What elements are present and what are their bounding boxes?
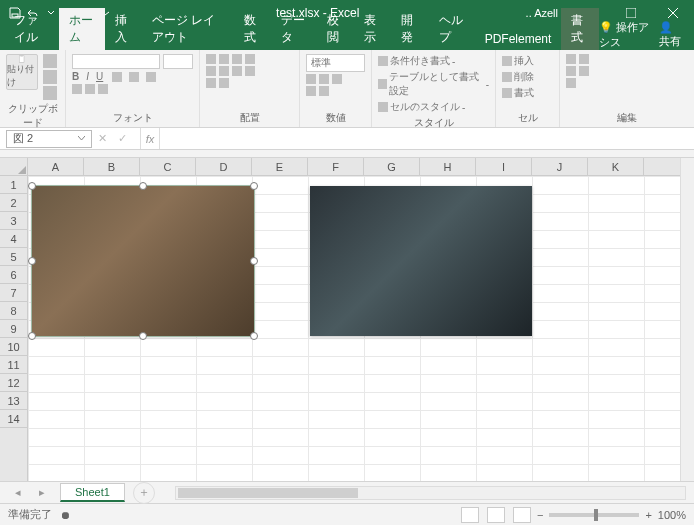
format-cells-button[interactable]: 書式 xyxy=(502,86,553,100)
tab-review[interactable]: 校閲 xyxy=(317,8,354,50)
enter-formula-icon[interactable]: ✓ xyxy=(112,132,132,145)
tab-insert[interactable]: 挿入 xyxy=(105,8,142,50)
orientation-icon[interactable] xyxy=(245,54,255,64)
row-header[interactable]: 7 xyxy=(0,284,27,302)
col-header[interactable]: F xyxy=(308,158,364,175)
format-painter-icon[interactable] xyxy=(43,86,57,100)
row-header[interactable]: 13 xyxy=(0,392,27,410)
font-color-icon[interactable] xyxy=(146,72,156,82)
col-header[interactable]: B xyxy=(84,158,140,175)
paste-button[interactable]: 貼り付け xyxy=(6,54,38,90)
fill-down-icon[interactable] xyxy=(579,54,589,64)
col-header[interactable]: K xyxy=(588,158,644,175)
view-normal-icon[interactable] xyxy=(461,507,479,523)
number-format-select[interactable]: 標準 xyxy=(306,54,365,72)
tab-view[interactable]: 表示 xyxy=(354,8,391,50)
row-header[interactable]: 3 xyxy=(0,212,27,230)
italic-button[interactable]: I xyxy=(86,71,89,82)
share-button[interactable]: 👤 共有 xyxy=(659,21,686,49)
macro-record-icon[interactable]: ⏺ xyxy=(60,509,71,521)
align-left-icon[interactable] xyxy=(206,66,216,76)
col-header[interactable]: E xyxy=(252,158,308,175)
col-header[interactable]: I xyxy=(476,158,532,175)
row-header[interactable]: 10 xyxy=(0,338,27,356)
formula-input[interactable] xyxy=(160,130,694,148)
sort-filter-icon[interactable] xyxy=(579,66,589,76)
inserted-picture-selected[interactable] xyxy=(32,186,254,336)
bold-button[interactable]: B xyxy=(72,71,79,82)
chevron-down-icon[interactable] xyxy=(78,135,85,142)
row-header[interactable]: 8 xyxy=(0,302,27,320)
autosum-icon[interactable] xyxy=(566,54,576,64)
font-increase-icon[interactable] xyxy=(98,84,108,94)
zoom-level[interactable]: 100% xyxy=(658,509,686,521)
row-header[interactable]: 5 xyxy=(0,248,27,266)
font-name[interactable] xyxy=(72,54,160,69)
row-header[interactable]: 2 xyxy=(0,194,27,212)
sheet-tab-active[interactable]: Sheet1 xyxy=(60,483,125,502)
align-center-icon[interactable] xyxy=(219,66,229,76)
percent-icon[interactable] xyxy=(319,74,329,84)
font-size[interactable] xyxy=(163,54,193,69)
row-header[interactable]: 9 xyxy=(0,320,27,338)
tab-pdfelement[interactable]: PDFelement xyxy=(475,28,562,50)
tell-me[interactable]: 💡 操作アシス xyxy=(599,20,649,50)
align-bottom-icon[interactable] xyxy=(232,54,242,64)
new-sheet-button[interactable]: ＋ xyxy=(133,482,155,504)
format-as-table-button[interactable]: テーブルとして書式設定 - xyxy=(378,70,489,98)
comma-icon[interactable] xyxy=(332,74,342,84)
indent-icon[interactable] xyxy=(245,66,255,76)
row-header[interactable]: 4 xyxy=(0,230,27,248)
increase-decimal-icon[interactable] xyxy=(306,86,316,96)
column-headers[interactable]: A B C D E F G H I J K xyxy=(28,158,680,176)
currency-icon[interactable] xyxy=(306,74,316,84)
sheet-nav-buttons[interactable]: ◂▸ xyxy=(0,486,60,499)
tab-home[interactable]: ホーム xyxy=(59,8,105,50)
col-header[interactable]: A xyxy=(28,158,84,175)
tab-formulas[interactable]: 数式 xyxy=(234,8,271,50)
merge-icon[interactable] xyxy=(219,78,229,88)
clear-icon[interactable] xyxy=(566,66,576,76)
zoom-in-button[interactable]: + xyxy=(645,509,651,521)
horizontal-scrollbar[interactable] xyxy=(175,486,686,500)
insert-cells-button[interactable]: 挿入 xyxy=(502,54,553,68)
underline-button[interactable]: U xyxy=(96,71,103,82)
col-header[interactable]: J xyxy=(532,158,588,175)
tab-format[interactable]: 書式 xyxy=(561,8,598,50)
fx-icon[interactable]: fx xyxy=(140,128,160,149)
tab-help[interactable]: ヘルプ xyxy=(429,8,475,50)
decrease-decimal-icon[interactable] xyxy=(319,86,329,96)
vertical-scrollbar[interactable] xyxy=(680,158,694,481)
worksheet-grid[interactable]: A B C D E F G H I J K 1 2 3 4 5 6 7 8 9 … xyxy=(0,150,694,481)
tab-page-layout[interactable]: ページ レイアウト xyxy=(142,8,234,50)
align-middle-icon[interactable] xyxy=(219,54,229,64)
align-right-icon[interactable] xyxy=(232,66,242,76)
cells-area[interactable] xyxy=(28,176,680,481)
inserted-picture[interactable] xyxy=(310,186,532,336)
row-header[interactable]: 1 xyxy=(0,176,27,194)
select-all-corner[interactable] xyxy=(0,158,28,176)
view-page-break-icon[interactable] xyxy=(513,507,531,523)
delete-cells-button[interactable]: 削除 xyxy=(502,70,553,84)
name-box[interactable]: 図 2 xyxy=(6,130,92,148)
col-header[interactable]: C xyxy=(140,158,196,175)
fill-icon[interactable] xyxy=(85,84,95,94)
tab-developer[interactable]: 開発 xyxy=(391,8,428,50)
zoom-out-button[interactable]: − xyxy=(537,509,543,521)
tab-data[interactable]: データ xyxy=(271,8,317,50)
row-headers[interactable]: 1 2 3 4 5 6 7 8 9 10 11 12 13 14 xyxy=(0,176,28,481)
row-header[interactable]: 12 xyxy=(0,374,27,392)
find-select-icon[interactable] xyxy=(566,78,576,88)
zoom-slider[interactable] xyxy=(549,513,639,517)
cancel-formula-icon[interactable]: ✕ xyxy=(92,132,112,145)
user-name[interactable]: .. Azell xyxy=(516,7,568,19)
row-header[interactable]: 11 xyxy=(0,356,27,374)
tab-file[interactable]: ファイル xyxy=(4,8,59,50)
borders-icon[interactable] xyxy=(72,84,82,94)
conditional-formatting-button[interactable]: 条件付き書式 - xyxy=(378,54,489,68)
cell-styles-button[interactable]: セルのスタイル - xyxy=(378,100,489,114)
copy-icon[interactable] xyxy=(43,70,57,84)
wrap-text-icon[interactable] xyxy=(206,78,216,88)
col-header[interactable]: H xyxy=(420,158,476,175)
fill-color-icon[interactable] xyxy=(129,72,139,82)
